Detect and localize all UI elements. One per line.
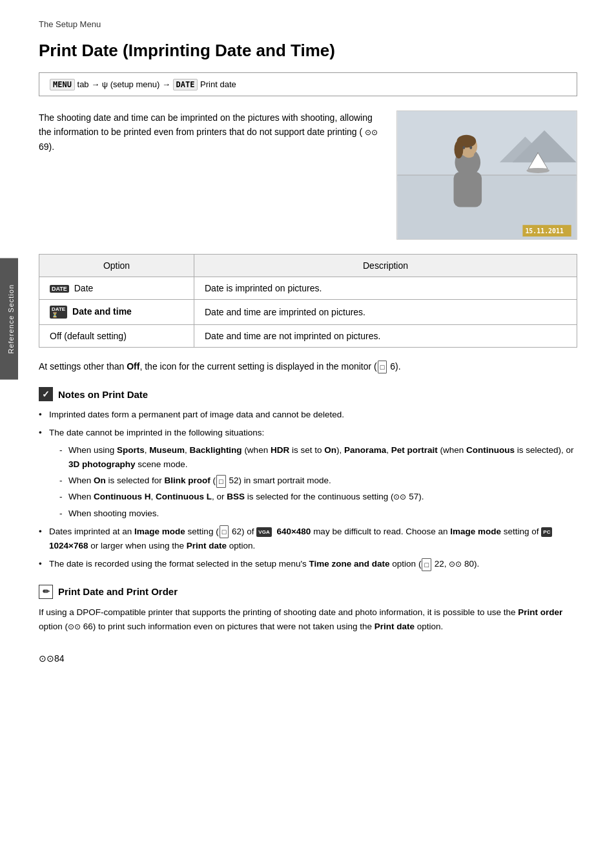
svg-rect-16 — [454, 172, 482, 207]
vga-icon: VGA — [256, 527, 271, 537]
sub-list: When using Sports, Museum, Backlighting … — [49, 443, 577, 521]
book-ref-62: □ — [220, 525, 229, 538]
note-item-3: Dates imprinted at an Image mode setting… — [39, 525, 577, 554]
sub-item-3: When Continuous H, Continuous L, or BSS … — [59, 490, 577, 504]
sidebar-tab: Reference Section — [0, 258, 18, 380]
table-header-option: Option — [39, 255, 194, 277]
page-title: Print Date (Imprinting Date and Time) — [39, 41, 577, 61]
notes-section: ✓ Notes on Print Date Imprinted dates fo… — [39, 387, 577, 572]
table-cell-option: Off (default setting) — [39, 325, 194, 348]
arrow-ref-57: ⊙⊙ — [393, 492, 406, 501]
table-row: DATE Date Date is imprinted on pictures. — [39, 277, 577, 300]
option-date-label: Date — [74, 283, 94, 293]
table-header-description: Description — [194, 255, 577, 277]
setup-icon: ψ (setup menu) — [102, 79, 159, 89]
at-settings-text: At settings other than Off, the icon for… — [39, 359, 577, 374]
menu-path-box: MENU tab → ψ (setup menu) → DATE Print d… — [39, 72, 577, 96]
table-cell-desc: Date is imprinted on pictures. — [194, 277, 577, 300]
option-date-time-label: Date and time — [72, 306, 132, 317]
intro-text: The shooting date and time can be imprin… — [39, 110, 381, 240]
note-item-1: Imprinted dates form a permanent part of… — [39, 408, 577, 422]
sub-item-4: When shooting movies. — [59, 507, 577, 521]
camera-illustration: 15.11.2011 — [396, 110, 577, 240]
option-off-label: Off (default setting) — [50, 331, 127, 341]
print-order-body: If using a DPOF-compatible printer that … — [39, 605, 577, 634]
table-cell-desc: Date and time are not imprinted on pictu… — [194, 325, 577, 348]
arrow-ref-66: ⊙⊙ — [68, 622, 81, 631]
notes-title: ✓ Notes on Print Date — [39, 387, 577, 401]
svg-point-15 — [464, 151, 474, 158]
table-cell-desc: Date and time are imprinted on pictures. — [194, 300, 577, 325]
table-cell-option: DATE⏳ Date and time — [39, 300, 194, 325]
arrow-ref-80: ⊙⊙ — [449, 560, 462, 569]
menu-arrow1: tab → — [77, 79, 102, 89]
svg-point-13 — [462, 146, 465, 149]
table-cell-option: DATE Date — [39, 277, 194, 300]
date-badge-2: DATE⏳ — [50, 306, 67, 319]
svg-text:15.11.2011: 15.11.2011 — [525, 227, 564, 235]
svg-point-8 — [526, 168, 549, 173]
check-icon: ✓ — [39, 387, 53, 401]
print-order-title: ✏ Print Date and Print Order — [39, 585, 577, 599]
print-order-title-text: Print Date and Print Order — [58, 586, 178, 597]
options-table: Option Description DATE Date Date is imp… — [39, 254, 577, 348]
table-row: Off (default setting) Date and time are … — [39, 325, 577, 348]
note-item-4: The date is recorded using the format se… — [39, 557, 577, 571]
note-item-2: The date cannot be imprinted in the foll… — [39, 426, 577, 521]
book-ref-6: □ — [378, 361, 387, 373]
pencil-icon: ✏ — [39, 585, 53, 599]
svg-point-12 — [455, 141, 464, 159]
print-order-section: ✏ Print Date and Print Order If using a … — [39, 585, 577, 634]
table-row: DATE⏳ Date and time Date and time are im… — [39, 300, 577, 325]
page-number: ⊙⊙84 — [39, 653, 65, 664]
footer: ⊙⊙84 — [39, 653, 577, 664]
menu-arrow2: → — [162, 79, 173, 89]
pc-icon: PC — [541, 527, 552, 537]
book-ref-52: □ — [216, 475, 226, 488]
breadcrumb: The Setup Menu — [39, 19, 577, 29]
notes-list: Imprinted dates form a permanent part of… — [39, 408, 577, 572]
print-date-label: Print date — [200, 79, 236, 89]
page: Reference Section The Setup Menu Print D… — [0, 0, 616, 689]
date-icon: DATE — [173, 79, 198, 90]
arrow-ref-69: ⊙⊙ — [365, 128, 378, 137]
sub-item-2: When On is selected for Blink proof (□ 5… — [59, 474, 577, 488]
notes-title-text: Notes on Print Date — [58, 389, 148, 400]
book-ref-22: □ — [422, 558, 431, 571]
sub-item-1: When using Sports, Museum, Backlighting … — [59, 443, 577, 472]
content-area: The shooting date and time can be imprin… — [39, 110, 577, 240]
svg-point-14 — [469, 146, 472, 149]
date-badge-1: DATE — [50, 285, 69, 293]
menu-keyword: MENU — [50, 79, 75, 90]
